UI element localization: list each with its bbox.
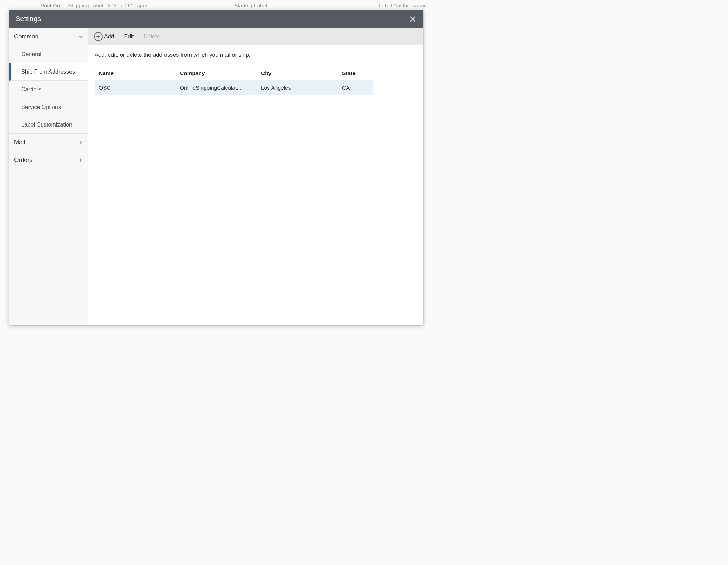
common-subitems: General Ship From Addresses Carriers Ser… bbox=[9, 45, 88, 134]
edit-button[interactable]: Edit bbox=[124, 34, 134, 40]
sidebar-item-label: Service Options bbox=[21, 104, 61, 110]
sidebar-item-label: Carriers bbox=[21, 86, 41, 93]
plus-icon bbox=[94, 32, 103, 41]
sidebar-item-general[interactable]: General bbox=[9, 45, 88, 63]
description-text: Add, edit, or delete the addresses from … bbox=[95, 52, 417, 58]
starting-label-label: Starting Label: bbox=[234, 2, 268, 8]
cell-name: OSC bbox=[95, 85, 176, 91]
add-button-label: Add bbox=[104, 34, 114, 40]
cell-company: OnlineShippingCalculat... bbox=[176, 85, 257, 91]
chevron-right-icon bbox=[79, 140, 83, 145]
print-on-label: Print On: bbox=[41, 2, 61, 8]
label-customization-link: Label Customization bbox=[379, 2, 427, 8]
modal-body: Common General Ship From Addresses Carri… bbox=[9, 28, 423, 325]
modal-title: Settings bbox=[16, 15, 41, 23]
category-label: Orders bbox=[14, 157, 32, 164]
sidebar-item-ship-from-addresses[interactable]: Ship From Addresses bbox=[9, 63, 88, 81]
column-header-name[interactable]: Name bbox=[95, 70, 176, 77]
category-orders[interactable]: Orders bbox=[9, 151, 88, 169]
column-header-company[interactable]: Company bbox=[176, 70, 257, 77]
content-area: Add, edit, or delete the addresses from … bbox=[88, 45, 423, 325]
delete-button-label: Delete bbox=[144, 34, 160, 40]
table-row[interactable]: OSC OnlineShippingCalculat... Los Angele… bbox=[95, 80, 373, 95]
settings-modal: Settings Common General Ship From Addres… bbox=[9, 10, 423, 325]
sidebar-item-label: Ship From Addresses bbox=[21, 69, 75, 75]
sidebar-item-label-customization[interactable]: Label Customization bbox=[9, 116, 88, 134]
column-header-city[interactable]: City bbox=[257, 70, 338, 77]
modal-header: Settings bbox=[9, 10, 423, 28]
sidebar: Common General Ship From Addresses Carri… bbox=[9, 28, 88, 325]
column-header-state[interactable]: State bbox=[338, 70, 373, 77]
category-label: Common bbox=[14, 33, 38, 40]
sidebar-item-label: General bbox=[21, 51, 41, 57]
category-label: Mail bbox=[14, 139, 25, 146]
edit-button-label: Edit bbox=[124, 34, 134, 40]
table-header: Name Company City State bbox=[95, 67, 417, 80]
print-on-select: Shipping Label - 8 ½" x 11" Paper bbox=[65, 1, 188, 10]
chevron-right-icon bbox=[79, 158, 83, 162]
table-body: OSC OnlineShippingCalculat... Los Angele… bbox=[95, 80, 373, 95]
category-common[interactable]: Common bbox=[9, 28, 88, 45]
address-table: Name Company City State OSC OnlineShippi… bbox=[95, 67, 417, 95]
background-page: Print On: Shipping Label - 8 ½" x 11" Pa… bbox=[0, 0, 430, 11]
sidebar-item-label: Label Customization bbox=[21, 122, 72, 128]
chevron-down-icon bbox=[79, 35, 83, 39]
delete-button: Delete bbox=[144, 34, 160, 40]
add-button[interactable]: Add bbox=[94, 32, 114, 41]
cell-city: Los Angeles bbox=[257, 85, 338, 91]
main-panel: Add Edit Delete Add, edit, or delete the… bbox=[88, 28, 423, 325]
sidebar-item-service-options[interactable]: Service Options bbox=[9, 98, 88, 116]
close-icon bbox=[410, 16, 416, 22]
cell-state: CA bbox=[338, 85, 373, 91]
toolbar: Add Edit Delete bbox=[88, 28, 423, 45]
sidebar-item-carriers[interactable]: Carriers bbox=[9, 81, 88, 98]
category-mail[interactable]: Mail bbox=[9, 134, 88, 151]
close-button[interactable] bbox=[408, 15, 417, 23]
